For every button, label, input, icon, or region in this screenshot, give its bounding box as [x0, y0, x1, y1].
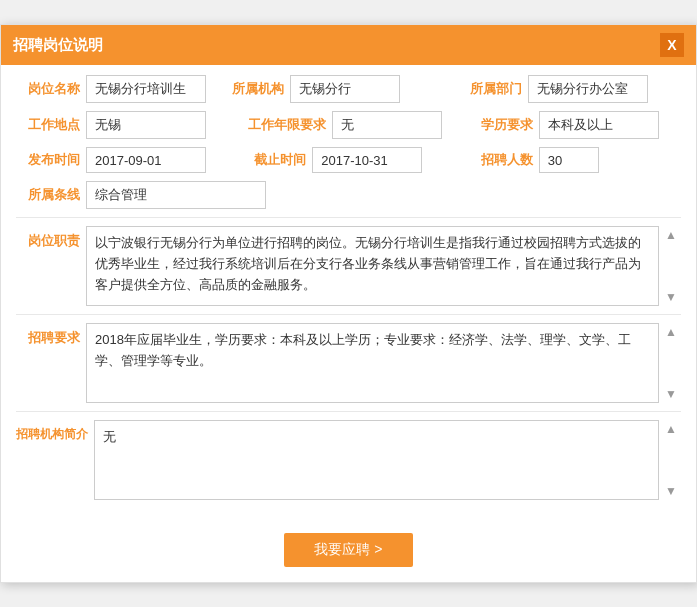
field-edu: 学历要求 本科及以上	[469, 111, 681, 139]
title-bar: 招聘岗位说明 X	[1, 25, 696, 65]
edu-label: 学历要求	[469, 116, 539, 134]
publish-label: 发布时间	[16, 151, 86, 169]
apply-button[interactable]: 我要应聘 >	[284, 533, 412, 567]
affiliation-value: 综合管理	[86, 181, 266, 209]
field-org: 所属机构 无锡分行	[220, 75, 444, 103]
requirements-scroll-down[interactable]: ▼	[661, 385, 681, 403]
close-button[interactable]: X	[660, 33, 684, 57]
duties-text: 以宁波银行无锡分行为单位进行招聘的岗位。无锡分行培训生是指我行通过校园招聘方式选…	[86, 226, 659, 306]
row-dates: 发布时间 2017-09-01 截止时间 2017-10-31 招聘人数 30	[16, 147, 681, 173]
org-intro-scroll-down[interactable]: ▼	[661, 482, 681, 500]
divider3	[16, 411, 681, 412]
requirements-scroll-up[interactable]: ▲	[661, 323, 681, 341]
dept-label: 所属部门	[458, 80, 528, 98]
edu-value: 本科及以上	[539, 111, 659, 139]
org-intro-label: 招聘机构简介	[16, 420, 94, 443]
field-deadline: 截止时间 2017-10-31	[242, 147, 454, 173]
position-value: 无锡分行培训生	[86, 75, 206, 103]
dialog-title: 招聘岗位说明	[13, 36, 103, 55]
org-label: 所属机构	[220, 80, 290, 98]
affiliation-label: 所属条线	[16, 186, 86, 204]
row-affiliation: 所属条线 综合管理	[16, 181, 681, 209]
field-headcount: 招聘人数 30	[469, 147, 681, 173]
field-location: 工作地点 无锡	[16, 111, 228, 139]
duties-label: 岗位职责	[16, 226, 86, 250]
duties-scroll-up[interactable]: ▲	[661, 226, 681, 244]
exp-label: 工作年限要求	[242, 116, 332, 134]
exp-value: 无	[332, 111, 442, 139]
field-exp: 工作年限要求 无	[242, 111, 454, 139]
requirements-scrollbar[interactable]: ▲ ▼	[661, 323, 681, 403]
field-publish: 发布时间 2017-09-01	[16, 147, 228, 173]
org-value: 无锡分行	[290, 75, 400, 103]
org-intro-text: 无	[94, 420, 659, 500]
location-label: 工作地点	[16, 116, 86, 134]
divider2	[16, 314, 681, 315]
org-intro-scrollbar[interactable]: ▲ ▼	[661, 420, 681, 500]
dept-value: 无锡分行办公室	[528, 75, 648, 103]
deadline-value: 2017-10-31	[312, 147, 422, 173]
headcount-label: 招聘人数	[469, 151, 539, 169]
divider1	[16, 217, 681, 218]
section-org-intro: 招聘机构简介 无 ▲ ▼	[16, 420, 681, 500]
field-affiliation: 所属条线 综合管理	[16, 181, 681, 209]
job-dialog: 招聘岗位说明 X 岗位名称 无锡分行培训生 所属机构 无锡分行 所属部门 无锡分…	[0, 24, 697, 583]
field-dept: 所属部门 无锡分行办公室	[458, 75, 682, 103]
position-label: 岗位名称	[16, 80, 86, 98]
location-value: 无锡	[86, 111, 206, 139]
headcount-value: 30	[539, 147, 599, 173]
row-location: 工作地点 无锡 工作年限要求 无 学历要求 本科及以上	[16, 111, 681, 139]
row-position: 岗位名称 无锡分行培训生 所属机构 无锡分行 所属部门 无锡分行办公室	[16, 75, 681, 103]
duties-scrollbar[interactable]: ▲ ▼	[661, 226, 681, 306]
requirements-text: 2018年应届毕业生，学历要求：本科及以上学历；专业要求：经济学、法学、理学、文…	[86, 323, 659, 403]
deadline-label: 截止时间	[242, 151, 312, 169]
dialog-footer: 我要应聘 >	[1, 523, 696, 582]
section-duties: 岗位职责 以宁波银行无锡分行为单位进行招聘的岗位。无锡分行培训生是指我行通过校园…	[16, 226, 681, 306]
duties-scroll-down[interactable]: ▼	[661, 288, 681, 306]
org-intro-scroll-up[interactable]: ▲	[661, 420, 681, 438]
publish-value: 2017-09-01	[86, 147, 206, 173]
section-requirements: 招聘要求 2018年应届毕业生，学历要求：本科及以上学历；专业要求：经济学、法学…	[16, 323, 681, 403]
field-position: 岗位名称 无锡分行培训生	[16, 75, 206, 103]
dialog-content: 岗位名称 无锡分行培训生 所属机构 无锡分行 所属部门 无锡分行办公室 工作地点…	[1, 65, 696, 523]
requirements-label: 招聘要求	[16, 323, 86, 347]
